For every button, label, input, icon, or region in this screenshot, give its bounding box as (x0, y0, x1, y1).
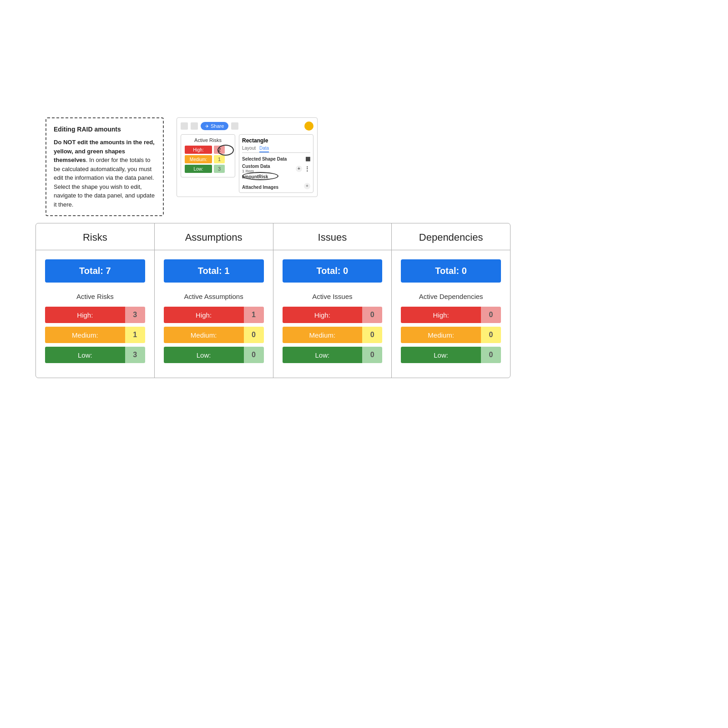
issues-medium-value: 0 (362, 327, 382, 343)
issues-active-label: Active Issues (283, 293, 383, 300)
issues-body: Total: 0 Active Issues High: 0 Medium: 0… (273, 250, 392, 378)
assumptions-high-label: High: (164, 307, 244, 323)
preview-icon-2 (191, 122, 198, 130)
assumptions-total-btn[interactable]: Total: 1 (164, 259, 264, 283)
assumptions-low-value: 0 (244, 347, 264, 363)
preview-high-row: High: 2 (185, 146, 231, 154)
raid-column-assumptions: Assumptions Total: 1 Active Assumptions … (155, 223, 273, 378)
preview-content: Active Risks High: 2 Medium: 1 Low: 3 (181, 134, 313, 193)
risks-active-label: Active Risks (45, 293, 145, 300)
issues-low-label: Low: (283, 347, 363, 363)
attached-images-row: Attached Images + (242, 182, 310, 190)
preview-low-value: 3 (214, 165, 225, 173)
dependencies-total-btn[interactable]: Total: 0 (401, 259, 501, 283)
instruction-title: Editing RAID amounts (54, 125, 156, 134)
assumptions-low-row: Low: 0 (164, 347, 264, 363)
assumptions-high-value: 1 (244, 307, 264, 323)
assumptions-high-row: High: 1 (164, 307, 264, 323)
preview-topbar: Share (181, 121, 313, 131)
assumptions-low-label: Low: (164, 347, 244, 363)
issues-medium-row: Medium: 0 (283, 327, 383, 343)
risks-medium-value: 1 (125, 327, 145, 343)
instruction-box: Editing RAID amounts Do NOT edit the amo… (46, 117, 164, 216)
dependencies-high-row: High: 0 (401, 307, 501, 323)
preview-medium-value: 1 (214, 155, 225, 163)
preview-high-label: High: (185, 146, 212, 154)
issues-low-value: 0 (362, 347, 382, 363)
assumptions-active-label: Active Assumptions (164, 293, 264, 300)
risks-header: Risks (36, 223, 154, 250)
dependencies-body: Total: 0 Active Dependencies High: 0 Med… (392, 250, 510, 378)
dependencies-header: Dependencies (392, 223, 510, 250)
preview-panel: Share Active Risks High: 2 Medium: 1 (177, 117, 318, 197)
risks-total-btn[interactable]: Total: 7 (45, 259, 145, 283)
preview-high-value: 2 (214, 146, 225, 154)
dependencies-medium-value: 0 (481, 327, 501, 343)
preview-icon-3 (231, 122, 238, 130)
issues-medium-label: Medium: (283, 327, 363, 343)
issues-high-row: High: 0 (283, 307, 383, 323)
assumptions-medium-row: Medium: 0 (164, 327, 264, 343)
dependencies-high-value: 0 (481, 307, 501, 323)
preview-side-title: Rectangle (242, 137, 310, 144)
dependencies-active-label: Active Dependencies (401, 293, 501, 300)
preview-low-row: Low: 3 (185, 165, 231, 173)
risks-low-label: Low: (45, 347, 125, 363)
share-button[interactable]: Share (201, 122, 228, 130)
dependencies-low-value: 0 (481, 347, 501, 363)
risks-medium-row: Medium: 1 (45, 327, 145, 343)
risks-body: Total: 7 Active Risks High: 3 Medium: 1 … (36, 250, 154, 378)
selected-shape-section: Selected Shape Data ▦ (242, 156, 310, 162)
dependencies-high-label: High: (401, 307, 481, 323)
dependencies-low-label: Low: (401, 347, 481, 363)
issues-high-label: High: (283, 307, 363, 323)
assumptions-body: Total: 1 Active Assumptions High: 1 Medi… (155, 250, 273, 378)
custom-data-row: Custom Data 1 Item + ⋮ (242, 164, 310, 173)
more-options-icon[interactable]: ⋮ (304, 166, 310, 172)
preview-icon-1 (181, 122, 188, 130)
preview-medium-row: Medium: 1 (185, 155, 231, 163)
risks-low-row: Low: 3 (45, 347, 145, 363)
preview-medium-label: Medium: (185, 155, 212, 163)
issues-total-btn[interactable]: Total: 0 (283, 259, 383, 283)
risks-high-label: High: (45, 307, 125, 323)
tab-data[interactable]: Data (259, 146, 269, 152)
avatar (304, 121, 313, 131)
raid-column-risks: Risks Total: 7 Active Risks High: 3 Medi… (36, 223, 155, 378)
add-custom-data-btn[interactable]: + (296, 166, 302, 172)
raid-table: Risks Total: 7 Active Risks High: 3 Medi… (35, 223, 511, 378)
risks-high-value: 3 (125, 307, 145, 323)
dependencies-medium-row: Medium: 0 (401, 327, 501, 343)
risks-high-row: High: 3 (45, 307, 145, 323)
custom-data-section: Custom Data 1 Item + ⋮ amountRisk (242, 164, 310, 180)
raid-column-dependencies: Dependencies Total: 0 Active Dependencie… (392, 223, 510, 378)
risks-medium-label: Medium: (45, 327, 125, 343)
tab-layout[interactable]: Layout (242, 146, 256, 152)
assumptions-medium-label: Medium: (164, 327, 244, 343)
preview-risks-title: Active Risks (185, 137, 231, 143)
preview-side-panel: Rectangle Layout Data Selected Shape Dat… (239, 134, 313, 193)
assumptions-header: Assumptions (155, 223, 273, 250)
preview-tabs: Layout Data (242, 146, 310, 153)
preview-low-label: Low: (185, 165, 212, 173)
add-attached-btn[interactable]: + (304, 183, 310, 189)
risks-low-value: 3 (125, 347, 145, 363)
issues-header: Issues (273, 223, 392, 250)
instruction-body: Do NOT edit the amounts in the red, yell… (54, 138, 156, 209)
dependencies-low-row: Low: 0 (401, 347, 501, 363)
issues-low-row: Low: 0 (283, 347, 383, 363)
raid-column-issues: Issues Total: 0 Active Issues High: 0 Me… (273, 223, 392, 378)
preview-risks-box: Active Risks High: 2 Medium: 1 Low: 3 (181, 134, 235, 177)
table-icon: ▦ (305, 156, 310, 162)
assumptions-medium-value: 0 (244, 327, 264, 343)
dependencies-medium-label: Medium: (401, 327, 481, 343)
issues-high-value: 0 (362, 307, 382, 323)
selected-shape-row: Selected Shape Data ▦ (242, 156, 310, 162)
